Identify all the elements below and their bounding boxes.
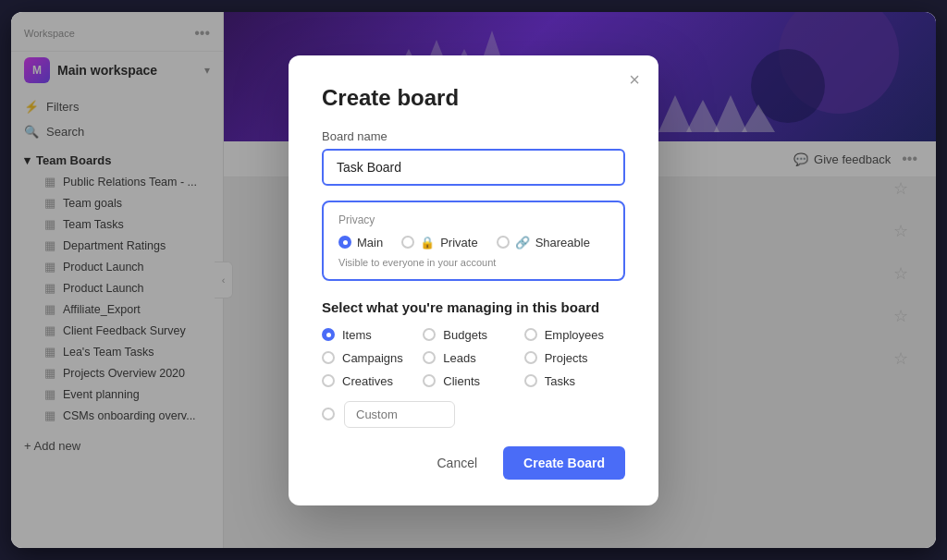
shareable-icon: 🔗 <box>515 236 530 250</box>
radio-clients[interactable] <box>423 374 436 387</box>
modal-close-button[interactable]: × <box>629 70 640 89</box>
custom-row <box>322 401 625 428</box>
option-campaigns[interactable]: Campaigns <box>322 351 423 365</box>
radio-campaigns[interactable] <box>322 351 335 364</box>
radio-leads[interactable] <box>423 351 436 364</box>
radio-employees[interactable] <box>524 328 537 341</box>
radio-creatives[interactable] <box>322 374 335 387</box>
privacy-hint: Visible to everyone in your account <box>338 257 609 268</box>
option-label: Budgets <box>443 328 487 342</box>
privacy-option-private[interactable]: 🔒 Private <box>401 236 477 250</box>
option-label: Leads <box>443 351 475 365</box>
radio-budgets[interactable] <box>423 328 436 341</box>
modal-overlay: × Create board Board name Privacy Main 🔒… <box>11 12 936 548</box>
option-budgets[interactable]: Budgets <box>423 328 523 342</box>
board-name-label: Board name <box>322 129 625 143</box>
managing-options-grid: Items Budgets Employees Campaigns Leads <box>322 328 625 388</box>
app-screen: Workspace ••• M Main workspace ▾ ⚡ Filte… <box>11 12 936 548</box>
radio-main[interactable] <box>338 236 351 249</box>
modal-title: Create board <box>322 85 625 111</box>
private-icon: 🔒 <box>420 236 435 250</box>
main-label: Main <box>357 236 383 250</box>
create-board-button[interactable]: Create Board <box>503 446 625 480</box>
modal-footer: Cancel Create Board <box>322 446 625 480</box>
cancel-button[interactable]: Cancel <box>422 446 492 480</box>
custom-input[interactable] <box>344 401 455 428</box>
option-leads[interactable]: Leads <box>423 351 523 365</box>
radio-tasks[interactable] <box>524 374 537 387</box>
radio-projects[interactable] <box>524 351 537 364</box>
board-name-input[interactable] <box>322 149 625 186</box>
option-label: Creatives <box>342 374 393 388</box>
option-label: Employees <box>545 328 604 342</box>
privacy-options: Main 🔒 Private 🔗 Shareable <box>338 236 609 250</box>
privacy-option-main[interactable]: Main <box>338 236 383 250</box>
option-tasks[interactable]: Tasks <box>524 374 625 388</box>
option-label: Tasks <box>545 374 575 388</box>
radio-items[interactable] <box>322 328 335 341</box>
create-board-modal: × Create board Board name Privacy Main 🔒… <box>289 55 658 505</box>
managing-section-title: Select what you're managing in this boar… <box>322 299 625 315</box>
option-items[interactable]: Items <box>322 328 423 342</box>
option-label: Clients <box>443 374 480 388</box>
option-employees[interactable]: Employees <box>524 328 625 342</box>
radio-custom[interactable] <box>322 408 335 420</box>
shareable-label: Shareable <box>535 236 590 250</box>
privacy-option-shareable[interactable]: 🔗 Shareable <box>497 236 590 250</box>
radio-private[interactable] <box>401 236 414 249</box>
option-creatives[interactable]: Creatives <box>322 374 423 388</box>
private-label: Private <box>440 236 477 250</box>
privacy-label: Privacy <box>338 213 609 226</box>
option-projects[interactable]: Projects <box>524 351 625 365</box>
option-label: Projects <box>545 351 588 365</box>
option-clients[interactable]: Clients <box>423 374 523 388</box>
option-label: Campaigns <box>342 351 403 365</box>
privacy-section: Privacy Main 🔒 Private 🔗 Shareable <box>322 201 625 281</box>
option-label: Items <box>342 328 372 342</box>
radio-shareable[interactable] <box>497 236 510 249</box>
